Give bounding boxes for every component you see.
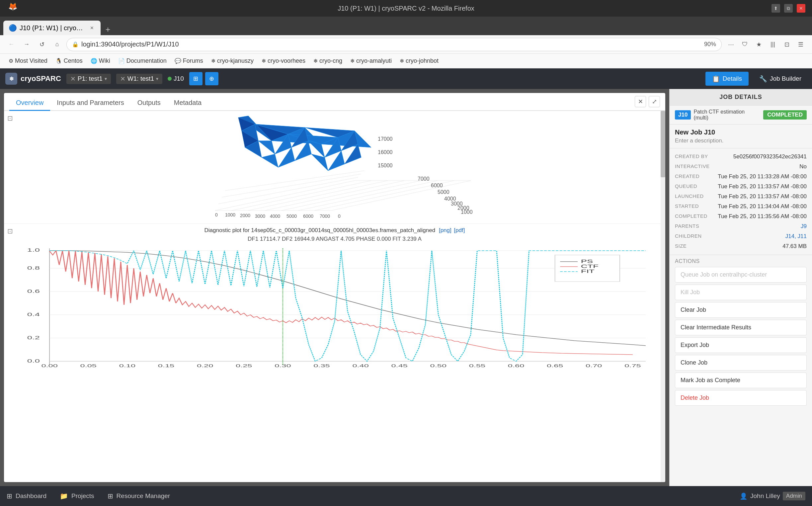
- plot-subtitle: DF1 17114.7 DF2 16944.9 ANGAST 4.705 PHA…: [248, 236, 422, 242]
- clear-intermediate-results-btn[interactable]: Clear Intermediate Results: [675, 320, 807, 335]
- expand-panel-btn[interactable]: ⤢: [649, 96, 660, 107]
- grid-view-btn[interactable]: ⊞: [189, 72, 202, 85]
- forward-btn[interactable]: →: [21, 38, 32, 51]
- svg-line-4: [281, 181, 421, 210]
- meta-value-interactive: No: [799, 163, 807, 170]
- centos-icon: 🐧: [56, 58, 62, 64]
- mark-job-complete-btn[interactable]: Mark Job as Complete: [675, 372, 807, 388]
- svg-line-1: [232, 181, 371, 210]
- extensions-btn[interactable]: ⋯: [725, 38, 737, 51]
- meta-value-started: Tue Feb 25, 20 11:34:04 AM -08:00: [718, 203, 807, 210]
- minimize-btn[interactable]: ⬆: [772, 4, 780, 13]
- kill-job-btn[interactable]: Kill Job: [675, 284, 807, 300]
- meta-label-completed-time: COMPLETED: [675, 213, 707, 220]
- shield-btn[interactable]: 🛡: [739, 38, 751, 51]
- status-projects[interactable]: 📁 Projects: [60, 492, 94, 500]
- flow-view-btn[interactable]: ⊕: [205, 72, 218, 85]
- close-btn[interactable]: ✕: [797, 4, 805, 13]
- meta-value-parents: J9: [801, 223, 807, 230]
- new-tab-btn[interactable]: ＋: [102, 23, 114, 35]
- screenshot-icon[interactable]: ⊡: [7, 114, 13, 122]
- svg-text:0.20: 0.20: [197, 363, 213, 368]
- plot-3d: ⊡: [4, 111, 665, 224]
- home-btn[interactable]: ⌂: [51, 38, 63, 51]
- panel-scrollbar[interactable]: [661, 111, 665, 482]
- bookmark-cryo-amalyuti[interactable]: ❄ cryo-amalyuti: [347, 56, 395, 66]
- bookmarks-bar: ⚙ Most Visited 🐧 Centos 🌐 Wiki 📄 Documen…: [0, 54, 812, 68]
- bookmark-label: Forums: [183, 58, 203, 64]
- workspace-dropdown-icon[interactable]: ▾: [156, 76, 158, 81]
- tab-inputs-parameters[interactable]: Inputs and Parameters: [50, 96, 130, 111]
- svg-text:0.4: 0.4: [27, 312, 40, 317]
- meta-row-parents: PARENTS J9: [675, 222, 807, 232]
- bookmark-forums[interactable]: 💬 Forums: [171, 56, 206, 66]
- job-builder-button[interactable]: 🔧 Job Builder: [754, 72, 807, 86]
- snowflake-icon-3: ❄: [313, 58, 318, 64]
- user-icon: 👤: [740, 492, 748, 500]
- tab-close-btn[interactable]: ✕: [89, 24, 95, 31]
- svg-text:FIT: FIT: [581, 269, 595, 274]
- workspace-label: W1: test1: [127, 75, 154, 82]
- png-link[interactable]: [png]: [439, 227, 451, 233]
- bookmark-documentation[interactable]: 📄 Documentation: [115, 56, 170, 66]
- panel-scrollbar-thumb[interactable]: [661, 111, 665, 177]
- back-btn[interactable]: ←: [5, 38, 17, 51]
- bookmarks-sidebar-btn[interactable]: |||: [767, 38, 779, 51]
- screenshot-icon-2[interactable]: ⊡: [7, 227, 13, 235]
- synced-tabs-btn[interactable]: ⊡: [781, 38, 793, 51]
- tab-overview[interactable]: Overview: [9, 96, 50, 111]
- svg-line-12: [225, 171, 364, 190]
- firefox-icon: 🦊: [7, 2, 19, 14]
- window-controls[interactable]: ⬆ ⧉ ✕: [772, 4, 805, 13]
- job-label: J10: [174, 75, 184, 82]
- plot-2d: ⊡ Diagnostic plot for 14sep05c_c_00003gr…: [4, 224, 665, 374]
- project-dropdown-icon[interactable]: ▾: [105, 76, 107, 81]
- url-input[interactable]: 🔒 login1:39040/projects/P1/W1/J10 90%: [66, 38, 722, 51]
- active-tab[interactable]: 🔵 J10 (P1: W1) | cryoSPARC ✕: [3, 21, 101, 35]
- resource-manager-label: Resource Manager: [116, 492, 170, 500]
- queue-job-btn[interactable]: Queue Job on centralhpc-cluster: [675, 267, 807, 282]
- bookmark-cryo-cng[interactable]: ❄ cryo-cng: [310, 56, 346, 66]
- workspace-breadcrumb[interactable]: ✕ W1: test1 ▾: [116, 74, 162, 84]
- project-breadcrumb[interactable]: ✕ P1: test1 ▾: [66, 74, 111, 84]
- pdf-link[interactable]: [pdf]: [454, 227, 465, 233]
- bookmark-btn[interactable]: ★: [753, 38, 765, 51]
- bookmark-cryo-voorhees[interactable]: ❄ cryo-voorhees: [258, 56, 309, 66]
- reload-btn[interactable]: ↺: [36, 38, 48, 51]
- project-close-icon[interactable]: ✕: [70, 75, 76, 83]
- bookmark-label: cryo-cng: [320, 58, 342, 64]
- tab-outputs[interactable]: Outputs: [131, 96, 167, 111]
- svg-text:0.45: 0.45: [391, 363, 408, 368]
- delete-job-btn[interactable]: Delete Job: [675, 390, 807, 406]
- meta-row-created-by: CREATED BY 5e0256f0079323542ec26341: [675, 152, 807, 162]
- close-panel-btn[interactable]: ✕: [635, 96, 646, 107]
- clone-job-btn[interactable]: Clone Job: [675, 355, 807, 370]
- details-button[interactable]: 📋 Details: [705, 72, 748, 86]
- bookmark-cryo-kjanuszy[interactable]: ❄ cryo-kjanuszy: [208, 56, 257, 66]
- export-job-btn[interactable]: Export Job: [675, 337, 807, 353]
- svg-text:0.8: 0.8: [27, 265, 40, 271]
- snowflake-icon-5: ❄: [400, 58, 404, 64]
- bookmark-cryo-johnbot[interactable]: ❄ cryo-johnbot: [396, 56, 442, 66]
- job-tag: J10: [168, 75, 184, 82]
- tab-metadata[interactable]: Metadata: [167, 96, 208, 111]
- meta-value-created-by: 5e0256f0079323542ec26341: [733, 153, 807, 160]
- svg-text:CTF: CTF: [581, 264, 599, 269]
- panel-content: ⊡: [4, 111, 665, 482]
- job-status-badge: COMPLETED: [763, 110, 807, 119]
- menu-btn[interactable]: ☰: [795, 38, 807, 51]
- bookmark-wiki[interactable]: 🌐 Wiki: [87, 56, 113, 66]
- bookmark-centos[interactable]: 🐧 Centos: [52, 56, 86, 66]
- svg-line-5: [298, 181, 438, 210]
- diagnostic-title: Diagnostic plot for 14sep05c_c_00003gr_0…: [204, 227, 437, 233]
- restore-btn[interactable]: ⧉: [784, 4, 793, 13]
- status-dashboard[interactable]: ⊞ Dashboard: [7, 492, 47, 500]
- globe-icon: 🌐: [91, 58, 97, 64]
- status-resource-manager[interactable]: ⊞ Resource Manager: [107, 492, 170, 500]
- app-logo: ❄ cryoSPARC: [5, 73, 61, 85]
- meta-label-created: CREATED: [675, 173, 700, 180]
- clear-job-btn[interactable]: Clear Job: [675, 302, 807, 318]
- workspace-close-icon[interactable]: ✕: [120, 75, 125, 83]
- status-bar: ⊞ Dashboard 📁 Projects ⊞ Resource Manage…: [0, 486, 812, 506]
- bookmark-most-visited[interactable]: ⚙ Most Visited: [5, 56, 51, 66]
